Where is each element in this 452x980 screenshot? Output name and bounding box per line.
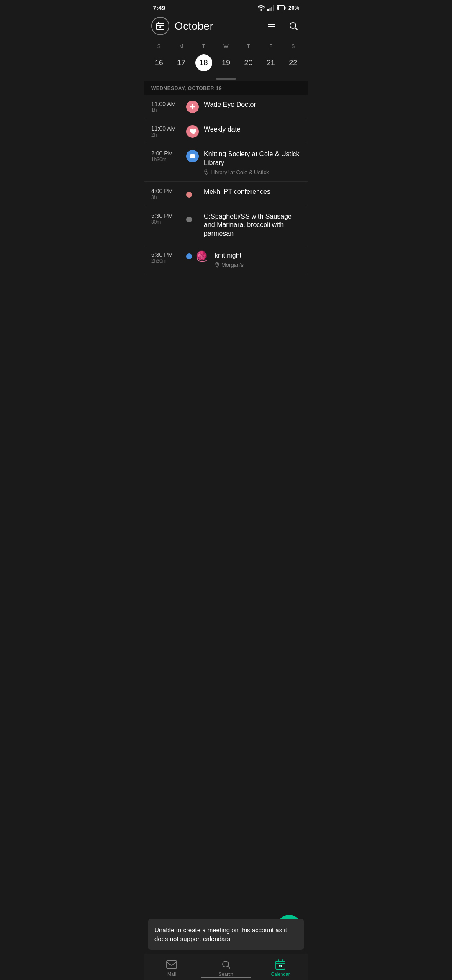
day-header-wed: W [215, 42, 237, 51]
event-dot-6 [186, 253, 192, 259]
event-content-2: Weekly date [204, 125, 301, 135]
event-time-2: 11:00 AM 2h [151, 125, 181, 138]
day-header-sun: S [148, 42, 170, 51]
svg-rect-1 [267, 9, 269, 11]
svg-rect-6 [285, 7, 286, 9]
day-headers: S M T W T F S [148, 42, 304, 51]
calendar-day-17[interactable]: 17 [170, 54, 192, 72]
event-time-1: 11:00 AM 1h [151, 101, 181, 113]
event-yarn-emoji: 🧶 [195, 251, 208, 261]
events-list: 11:00 AM 1h Wade Eye Doctor 11:00 AM 2h … [144, 95, 308, 274]
date-section-label: WEDNESDAY, OCTOBER 19 [144, 81, 308, 95]
svg-rect-15 [190, 154, 195, 158]
battery-icon [277, 5, 286, 10]
event-content-6: knit night Morgan's [213, 251, 301, 268]
scroll-handle-bar [216, 78, 236, 80]
event-content-5: C:Spaghetti/SS with Sausage and Marinara… [204, 212, 301, 239]
event-time-6: 6:30 PM 2h30m [151, 251, 181, 264]
event-spaghetti[interactable]: 5:30 PM 30m C:Spaghetti/SS with Sausage … [144, 206, 308, 245]
day-header-tue: T [193, 42, 215, 51]
event-time-4: 4:00 PM 3h [151, 188, 181, 200]
scroll-handle [144, 75, 308, 81]
event-content-1: Wade Eye Doctor [204, 101, 301, 110]
day-header-fri: F [259, 42, 282, 51]
signal-icon [267, 5, 274, 11]
svg-rect-2 [269, 8, 270, 11]
event-dot-4 [186, 188, 199, 200]
event-dot-2 [186, 125, 199, 138]
list-view-button[interactable] [264, 18, 279, 34]
status-bar: 7:49 26% [144, 0, 308, 13]
svg-point-0 [260, 9, 262, 11]
event-dot-5 [186, 212, 199, 225]
event-knitting-society[interactable]: 2:00 PM 1h30m Knitting Society at Cole &… [144, 144, 308, 182]
svg-point-16 [206, 171, 207, 172]
svg-rect-4 [273, 5, 274, 11]
calendar-day-20[interactable]: 20 [237, 54, 259, 72]
svg-point-9 [159, 26, 161, 28]
svg-rect-13 [268, 28, 272, 28]
event-content-3: Knitting Society at Cole & Ustick Librar… [204, 150, 301, 175]
day-header-thu: T [237, 42, 259, 51]
app-header: October [144, 13, 308, 40]
event-dot-3 [186, 150, 199, 162]
time-display: 7:49 [153, 4, 165, 11]
svg-rect-12 [268, 26, 275, 27]
status-icons: 26% [257, 5, 299, 11]
svg-point-17 [217, 263, 218, 265]
day-header-sat: S [282, 42, 304, 51]
event-location-6: Morgan's [215, 262, 301, 268]
header-actions [264, 18, 301, 34]
svg-rect-11 [268, 24, 275, 25]
event-dot-1 [186, 101, 199, 113]
event-time-5: 5:30 PM 30m [151, 212, 181, 225]
wifi-icon [257, 5, 265, 11]
event-knit-night[interactable]: 6:30 PM 2h30m 🧶 knit night Morgan's [144, 245, 308, 274]
event-mekhi-pt[interactable]: 4:00 PM 3h Mekhi PT conferences [144, 182, 308, 206]
event-location-3: Library! at Cole & Ustick [204, 169, 301, 175]
calendar-day-22[interactable]: 22 [282, 54, 304, 72]
event-content-4: Mekhi PT conferences [204, 188, 301, 197]
app-logo[interactable] [151, 17, 170, 35]
calendar-day-21[interactable]: 21 [259, 54, 282, 72]
event-wade-eye-doctor[interactable]: 11:00 AM 1h Wade Eye Doctor [144, 95, 308, 119]
svg-rect-3 [271, 7, 272, 11]
battery-percent: 26% [288, 5, 299, 11]
day-numbers: 16 17 18 19 20 21 22 [148, 54, 304, 72]
event-weekly-date[interactable]: 11:00 AM 2h Weekly date [144, 119, 308, 144]
header-month-title: October [175, 20, 259, 33]
calendar-day-18-today[interactable]: 18 [195, 54, 212, 71]
calendar-day-16[interactable]: 16 [148, 54, 170, 72]
calendar-week-view: S M T W T F S 16 17 18 19 20 21 22 [144, 40, 308, 75]
svg-rect-10 [268, 23, 275, 23]
svg-rect-7 [277, 6, 279, 10]
event-time-3: 2:00 PM 1h30m [151, 150, 181, 162]
search-button[interactable] [286, 18, 301, 34]
calendar-day-19[interactable]: 19 [215, 54, 237, 72]
day-header-mon: M [170, 42, 192, 51]
